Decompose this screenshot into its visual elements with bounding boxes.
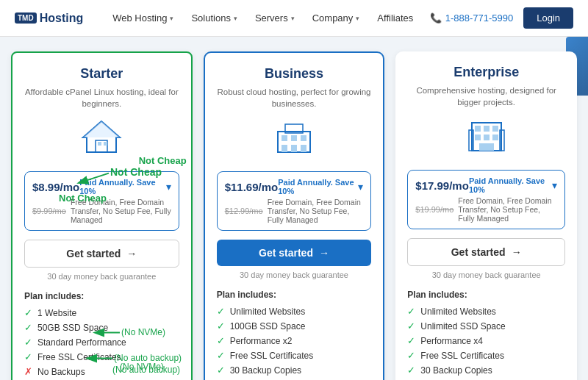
nav-company[interactable]: Company ▾ xyxy=(305,8,368,28)
enterprise-plan-card: Enterprise Comprehensive hosting, design… xyxy=(395,51,577,380)
plans-grid: Starter Affordable cPanel Linux hosting,… xyxy=(11,51,577,380)
svg-rect-18 xyxy=(475,135,481,140)
enterprise-feature-2: ✓ Unlimited SSD Space xyxy=(407,320,565,331)
svg-rect-3 xyxy=(104,142,107,146)
chevron-down-icon: ▾ xyxy=(291,15,295,22)
starter-feature-3: ✓ Standard Performance xyxy=(24,337,179,348)
starter-feature-4: ✓ Free SSL Certificates xyxy=(24,351,179,362)
check-icon: ✓ xyxy=(217,306,225,317)
nav-solutions[interactable]: Solutions ▾ xyxy=(184,8,244,28)
starter-card-wrapper: Starter Affordable cPanel Linux hosting,… xyxy=(11,51,193,380)
starter-feature-2: ✓ 50GB SSD Space xyxy=(24,322,179,333)
check-icon: ✓ xyxy=(217,335,225,346)
business-plan-desc: Robust cloud hosting, perfect for growin… xyxy=(217,86,372,110)
business-plan-card: Business Robust cloud hosting, perfect f… xyxy=(204,51,385,380)
enterprise-price: $17.99/mo xyxy=(415,179,469,192)
arrow-right-icon: → xyxy=(319,247,329,259)
login-button[interactable]: Login xyxy=(523,7,573,29)
enterprise-pricing-chevron[interactable]: ▾ xyxy=(552,179,557,191)
navbar: TMD Hosting Web Hosting ▾ Solutions ▾ Se… xyxy=(0,0,588,37)
enterprise-feature-5: ✓ 30 Backup Copies xyxy=(407,365,565,376)
starter-money-back: 30 day money back guarantee xyxy=(24,272,179,281)
svg-rect-19 xyxy=(484,135,490,140)
enterprise-original-price: $19.99/mo xyxy=(415,205,453,214)
svg-rect-10 xyxy=(301,135,306,141)
starter-includes-title: Plan includes: xyxy=(24,291,179,301)
nav-affiliates[interactable]: Affiliates xyxy=(370,8,420,28)
svg-rect-16 xyxy=(484,126,490,132)
enterprise-feature-1: ✓ Unlimited Websites xyxy=(407,306,565,317)
business-feature-1: ✓ Unlimited Websites xyxy=(217,306,372,317)
check-icon: ✓ xyxy=(217,320,225,331)
enterprise-save-badge: Paid Annually. Save 10% xyxy=(469,176,552,194)
enterprise-pricing-box: $17.99/mo Paid Annually. Save 10% ▾ $19.… xyxy=(407,170,565,229)
arrow-right-icon: → xyxy=(512,246,522,258)
business-money-back: 30 day money back guarantee xyxy=(217,270,372,279)
check-icon: ✓ xyxy=(217,365,225,376)
chevron-down-icon: ▾ xyxy=(356,15,359,22)
enterprise-plan-name: Enterprise xyxy=(407,65,565,80)
svg-rect-8 xyxy=(282,135,287,141)
check-icon: ✓ xyxy=(407,320,415,331)
svg-rect-13 xyxy=(301,145,306,152)
business-get-started-button[interactable]: Get started → xyxy=(217,240,372,266)
enterprise-plan-icon xyxy=(407,117,565,161)
not-cheap-annotation: Not Cheap xyxy=(139,155,187,166)
check-icon: ✓ xyxy=(24,337,32,348)
check-icon: ✓ xyxy=(407,350,415,361)
svg-rect-12 xyxy=(291,145,297,152)
business-feature-2: ✓ 100GB SSD Space xyxy=(217,320,372,331)
enterprise-feature-3: ✓ Performance x4 xyxy=(407,335,565,346)
business-original-price: $12.99/mo xyxy=(225,207,263,215)
check-icon: ✓ xyxy=(24,351,32,362)
business-price-features: Free Domain, Free Domain Transfer, No Se… xyxy=(268,198,364,224)
logo-tmd: TMD xyxy=(15,12,37,24)
starter-original-price: $9.99/mo xyxy=(32,207,66,215)
check-icon: ✓ xyxy=(24,307,32,318)
svg-rect-21 xyxy=(479,143,494,151)
nav-servers[interactable]: Servers ▾ xyxy=(248,8,302,28)
starter-plan-desc: Affordable cPanel Linux hosting, ideal f… xyxy=(24,86,179,110)
business-pricing-chevron[interactable]: ▾ xyxy=(358,181,363,193)
logo-hosting: Hosting xyxy=(40,12,84,25)
business-plan-name: Business xyxy=(217,66,372,82)
check-icon: ✓ xyxy=(24,322,32,333)
starter-plan-name: Starter xyxy=(24,66,179,82)
chevron-down-icon: ▾ xyxy=(234,15,237,22)
business-feature-5: ✓ 30 Backup Copies xyxy=(217,365,372,376)
plans-section: Starter Affordable cPanel Linux hosting,… xyxy=(0,37,588,380)
svg-rect-17 xyxy=(492,126,498,132)
starter-plan-card: Starter Affordable cPanel Linux hosting,… xyxy=(11,51,193,380)
business-save-badge: Paid Annually. Save 10% xyxy=(278,178,358,196)
starter-pricing-chevron[interactable]: ▾ xyxy=(166,181,171,193)
business-feature-4: ✓ Free SSL Certificates xyxy=(217,350,372,361)
phone-number[interactable]: 📞 1-888-771-5990 xyxy=(430,12,514,24)
svg-rect-9 xyxy=(291,135,297,141)
enterprise-feature-4: ✓ Free SSL Certificates xyxy=(407,350,565,361)
svg-rect-2 xyxy=(98,142,101,146)
navbar-right: 📞 1-888-771-5990 Login xyxy=(430,7,573,29)
svg-rect-15 xyxy=(475,126,481,132)
check-icon: ✓ xyxy=(407,335,415,346)
starter-get-started-button[interactable]: Get started → xyxy=(24,240,179,268)
not-cheap-label: Not Cheap xyxy=(59,193,107,204)
business-feature-3: ✓ Performance x2 xyxy=(217,335,372,346)
check-icon: ✓ xyxy=(217,350,225,361)
svg-marker-5 xyxy=(83,121,120,137)
nav-web-hosting[interactable]: Web Hosting ▾ xyxy=(105,8,181,28)
enterprise-get-started-button[interactable]: Get started → xyxy=(407,238,565,266)
starter-feature-1: ✓ 1 Website xyxy=(24,307,179,318)
logo[interactable]: TMD Hosting xyxy=(15,12,83,25)
enterprise-price-features: Free Domain, Free Domain Transfer, No Se… xyxy=(458,196,557,223)
business-price: $11.69/mo xyxy=(225,181,279,193)
enterprise-includes-title: Plan includes: xyxy=(407,290,565,300)
cross-icon: ✗ xyxy=(24,366,32,377)
enterprise-money-back: 30 day money back guarantee xyxy=(407,270,565,279)
chevron-down-icon: ▾ xyxy=(170,15,173,22)
business-includes-title: Plan includes: xyxy=(217,290,372,300)
business-pricing-box: $11.69/mo Paid Annually. Save 10% ▾ $12.… xyxy=(217,171,372,231)
no-backup-label: (No auto backup) xyxy=(112,365,180,375)
main-nav: Web Hosting ▾ Solutions ▾ Servers ▾ Comp… xyxy=(105,8,429,28)
svg-rect-20 xyxy=(492,135,498,140)
phone-icon: 📞 xyxy=(430,12,442,24)
